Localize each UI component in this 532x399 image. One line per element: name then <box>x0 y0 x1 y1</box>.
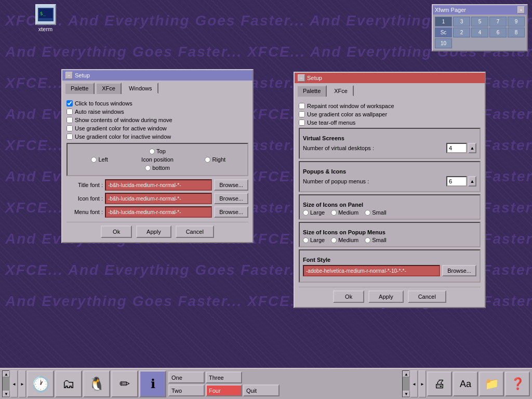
taskbar-edit-icon[interactable]: ✏ <box>111 370 138 397</box>
taskbar-right-help-icon[interactable]: ❓ <box>505 371 530 396</box>
radio-popup-large[interactable] <box>303 237 309 243</box>
setup-xfce-title: Setup <box>307 75 322 81</box>
tab-xfce[interactable]: XFce <box>96 83 122 94</box>
pager-cell-4[interactable]: 4 <box>471 28 488 37</box>
setup-xfce-close-btn[interactable]: − <box>298 74 305 82</box>
label-top: Top <box>156 148 166 154</box>
checkbox-gradient-wallpaper[interactable] <box>299 111 305 117</box>
checkbox-gradient-active[interactable] <box>66 125 73 131</box>
label-show-contents: Show contents of window during move <box>75 117 172 123</box>
taskbar-right-font-icon[interactable]: Aa <box>453 371 478 396</box>
num-desktops-up-button[interactable]: ▲ <box>468 143 476 153</box>
pager-close-button[interactable]: × <box>517 6 525 14</box>
tab-xfce-xfce[interactable]: XFce <box>328 85 354 97</box>
font-style-browse-button[interactable]: Browse... <box>442 265 476 276</box>
taskbar-scroll-left[interactable]: ◄ <box>10 370 18 397</box>
num-popup-input[interactable] <box>446 176 467 187</box>
taskbar-right-scroll-right[interactable]: ► <box>419 370 426 397</box>
radio-popup-medium[interactable] <box>331 237 337 243</box>
pager-cell-6[interactable]: 6 <box>489 28 507 37</box>
checkbox-tearoff[interactable] <box>299 119 305 126</box>
checkbox-click-focus[interactable] <box>66 100 73 107</box>
font-style-input[interactable] <box>303 265 440 276</box>
pager-cell-9[interactable]: 9 <box>508 17 525 26</box>
setup-windows-close-btn[interactable]: − <box>65 72 73 79</box>
pager-cell-8[interactable]: 8 <box>508 28 525 37</box>
radio-left[interactable] <box>91 157 97 163</box>
windows-cancel-button[interactable]: Cancel <box>176 225 214 238</box>
pager-titlebar[interactable]: Xfwm Pager × <box>433 5 527 15</box>
setup-xfce-dialog: − Setup Palette XFce Repaint root window… <box>294 72 486 308</box>
num-desktops-input[interactable] <box>446 143 467 153</box>
radio-top[interactable] <box>149 149 155 154</box>
radio-icon-medium[interactable] <box>331 210 337 216</box>
radio-icon-large[interactable] <box>303 210 309 216</box>
taskbar-right-printer-icon[interactable]: 🖨 <box>427 371 452 396</box>
tab-windows[interactable]: Windows <box>123 83 158 94</box>
radio-right[interactable] <box>205 157 210 163</box>
taskbar-scroll-right[interactable]: ► <box>19 370 26 397</box>
taskbar-files-icon[interactable]: 🗂 <box>55 370 82 397</box>
tab-palette[interactable]: Palette <box>64 83 95 94</box>
pager-cell-1[interactable]: 1 <box>435 17 452 26</box>
svg-text:$_: $_ <box>40 11 46 16</box>
icon-size-small-row: Small <box>365 209 387 216</box>
taskbar-clock-icon[interactable]: 🕐 <box>27 370 54 397</box>
checkbox-show-contents[interactable] <box>66 117 73 123</box>
pager-cell-sc[interactable]: Sc <box>435 28 452 37</box>
taskbar-right-scroll-down[interactable]: ▼ <box>403 391 410 397</box>
setup-windows-title: Setup <box>75 72 90 78</box>
font-row-menu: Menu font : Browse... <box>66 206 248 218</box>
font-title-input[interactable] <box>105 179 212 191</box>
taskbar-scroll-down[interactable]: ▼ <box>3 391 10 397</box>
font-menu-input[interactable] <box>105 206 212 218</box>
radio-popup-small[interactable] <box>365 237 370 243</box>
taskbar-task-one[interactable]: One <box>168 371 205 383</box>
popups-icons-label: Popups & Icons <box>303 168 476 175</box>
pager-cell-5[interactable]: 5 <box>471 17 488 26</box>
checkbox-row-click-focus: Click to focus windows <box>66 100 248 107</box>
setup-xfce-titlebar[interactable]: − Setup <box>295 73 485 83</box>
taskbar-task-quit[interactable]: Quit <box>243 384 280 396</box>
font-icon-input[interactable] <box>105 193 212 204</box>
font-icon-label: Icon font : <box>66 195 103 202</box>
taskbar-scroll-up[interactable]: ▲ <box>3 371 10 377</box>
taskbar-right-scroll-up[interactable]: ▲ <box>403 371 410 377</box>
num-popup-up-button[interactable]: ▲ <box>468 176 476 187</box>
checkbox-auto-raise[interactable] <box>66 109 73 115</box>
checkbox-row-tearoff: Use tear-off menus <box>299 119 481 126</box>
xfce-ok-button[interactable]: Ok <box>333 290 364 303</box>
checkbox-repaint[interactable] <box>299 103 305 109</box>
tab-xfce-palette[interactable]: Palette <box>297 85 327 97</box>
pager-title: Xfwm Pager <box>435 7 466 13</box>
xfce-apply-button[interactable]: Apply <box>368 290 404 303</box>
taskbar-info-icon[interactable]: ℹ <box>139 370 166 397</box>
num-popup-label: Number of popup menus : <box>303 178 369 184</box>
virtual-desktops-row: Number of virtual desktops : ▲ <box>303 143 476 153</box>
windows-ok-button[interactable]: Ok <box>101 225 132 238</box>
setup-windows-titlebar[interactable]: − Setup <box>62 70 252 81</box>
pager-cell-3[interactable]: 3 <box>453 17 470 26</box>
taskbar-task-four[interactable]: Four <box>206 384 242 396</box>
pager-cell-2[interactable]: 2 <box>453 28 470 37</box>
font-menu-browse-button[interactable]: Browse... <box>214 206 248 218</box>
label-tearoff: Use tear-off menus <box>307 119 355 126</box>
taskbar-right-scroll-left[interactable]: ◄ <box>410 370 418 397</box>
checkbox-gradient-inactive[interactable] <box>66 134 73 140</box>
pager-cell-10[interactable]: 10 <box>435 38 452 48</box>
taskbar-right-folder-icon[interactable]: 📁 <box>479 371 504 396</box>
label-icon-large: Large <box>310 209 325 216</box>
radio-icon-small[interactable] <box>365 210 370 216</box>
font-title-label: Title font : <box>66 182 103 188</box>
xterm-desktop-icon[interactable]: $_ xterm <box>31 4 60 32</box>
font-title-browse-button[interactable]: Browse... <box>214 179 248 191</box>
radio-bottom[interactable] <box>145 165 151 171</box>
taskbar-penguin-icon[interactable]: 🐧 <box>83 370 110 397</box>
windows-apply-button[interactable]: Apply <box>136 225 171 238</box>
taskbar-task-three[interactable]: Three <box>206 371 242 383</box>
font-icon-browse-button[interactable]: Browse... <box>214 193 248 204</box>
font-style-box: Font Style Browse... <box>299 249 481 283</box>
taskbar-task-two[interactable]: Two <box>168 384 205 396</box>
xfce-cancel-button[interactable]: Cancel <box>408 290 446 303</box>
pager-cell-7[interactable]: 7 <box>489 17 507 26</box>
